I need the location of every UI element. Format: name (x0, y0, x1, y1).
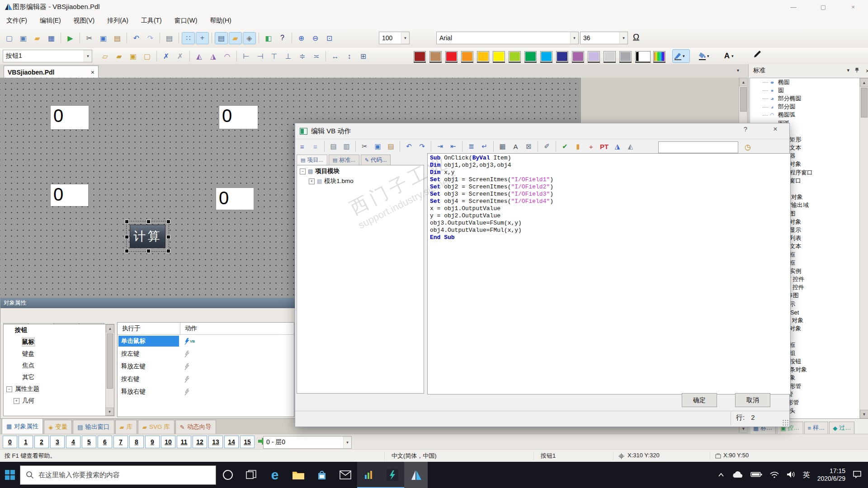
rotate-icon[interactable]: ◠ (221, 50, 234, 62)
layer-button[interactable]: 0 (3, 436, 17, 448)
standard-object-item[interactable]: ●圆 (750, 86, 868, 94)
app-button-explorer[interactable] (381, 462, 404, 488)
library-icon[interactable]: ▰ (229, 32, 242, 44)
layer-select[interactable]: 0 - 层0▾ (263, 436, 352, 449)
tree-scrollbar[interactable]: ▲ ▼ (105, 324, 114, 416)
dialog-tab[interactable]: ✎代码... (361, 155, 391, 165)
open-icon[interactable]: ▰ (31, 32, 44, 44)
color-swatch[interactable] (524, 51, 537, 62)
send-backward-icon[interactable]: ▢ (141, 50, 154, 62)
layer-button[interactable]: 1 (19, 436, 33, 448)
dialog-tab[interactable]: ▤项目... (297, 155, 327, 165)
io-field-4[interactable]: 0 (216, 188, 254, 210)
cut-icon[interactable]: ✂ (83, 32, 96, 44)
chevron-down-icon[interactable]: ▾ (343, 436, 351, 448)
vb-script-lightning-icon[interactable]: VB (179, 389, 203, 395)
layers-icon[interactable]: ▤ (215, 32, 228, 44)
center-vertical-icon[interactable]: ≍ (310, 50, 323, 62)
cortana-button[interactable] (216, 462, 240, 488)
color-swatch[interactable] (556, 51, 568, 62)
tree-item[interactable]: 鼠标 (4, 336, 114, 348)
scroll-up-icon[interactable]: ▲ (860, 78, 868, 87)
copy-icon[interactable]: ▣ (97, 32, 110, 44)
chevron-down-icon[interactable]: ▾ (847, 67, 849, 73)
scrollbar-thumb[interactable] (740, 87, 747, 112)
file-explorer-button[interactable] (287, 462, 310, 488)
bring-forward-icon[interactable]: ▣ (127, 50, 140, 62)
scroll-up-icon[interactable]: ▲ (739, 78, 747, 86)
layer-button[interactable]: 12 (193, 436, 207, 448)
align-right-icon[interactable]: ⊣ (254, 50, 267, 62)
chevron-down-icon[interactable]: ▾ (683, 54, 689, 58)
document-tab[interactable]: VBSjiaoben.Pdl × (4, 66, 99, 78)
layer-button[interactable]: 15 (240, 436, 255, 448)
bring-to-front-icon[interactable]: ▱ (99, 50, 112, 62)
dialog-search-input[interactable] (658, 141, 738, 153)
vb-script-lightning-icon[interactable]: VB (179, 351, 203, 357)
color-swatch[interactable] (509, 51, 521, 62)
font-color-tool[interactable]: A ▾ (721, 49, 739, 63)
maximize-button[interactable]: ▢ (808, 0, 838, 14)
new-template-icon[interactable]: ▣ (17, 32, 30, 44)
standard-object-item[interactable]: ●椭圆 (750, 78, 868, 86)
redo-icon[interactable]: ↷ (144, 32, 157, 44)
print-preview-icon[interactable]: ▥ (340, 141, 353, 152)
selection-handle[interactable] (146, 220, 151, 224)
action-add-icon[interactable]: + (585, 141, 597, 152)
resize-grip[interactable] (782, 419, 788, 426)
scroll-down-icon[interactable]: ▼ (105, 408, 114, 416)
eyedropper-tool[interactable] (751, 50, 761, 62)
expander-icon[interactable]: + (14, 398, 19, 404)
panel-scrollbar[interactable]: ▲ ▼ (859, 78, 868, 418)
collapse-icon[interactable]: − (300, 169, 306, 174)
vbs-editor-icon[interactable]: ◈ (243, 32, 256, 44)
selection-handle[interactable] (166, 220, 170, 224)
undo-icon[interactable]: ↶ (403, 141, 415, 152)
scrollbar-thumb[interactable] (861, 88, 868, 117)
menu-item[interactable]: 窗口(W) (168, 14, 204, 28)
same-size-icon[interactable]: ⊞ (357, 50, 370, 62)
menu-item[interactable]: 帮助(H) (203, 14, 237, 28)
align-bottom-icon[interactable]: ⊥ (282, 50, 295, 62)
syntax-table-icon[interactable]: ▦ (496, 141, 509, 152)
dialog-close-button[interactable]: × (769, 125, 782, 133)
tree-item[interactable]: −属性主题 (4, 383, 114, 395)
color-swatch[interactable] (604, 51, 616, 62)
paste-icon[interactable]: ▤ (385, 141, 397, 152)
app-button-graphics-designer[interactable] (404, 462, 428, 488)
layer-button[interactable]: 2 (34, 436, 49, 448)
layer-button[interactable]: 13 (208, 436, 223, 448)
special-character-button[interactable]: Ω (629, 31, 643, 43)
event-row[interactable]: 按左键 VB (118, 347, 294, 360)
new-file-icon[interactable]: ▢ (3, 32, 16, 44)
scroll-up-icon[interactable]: ▲ (106, 324, 114, 333)
tree-item-root[interactable]: − ▤ 项目模块 (297, 165, 424, 175)
event-row[interactable]: 释放右键 VB (118, 385, 294, 398)
ok-button[interactable]: 确定 (682, 393, 717, 407)
zoom-out-icon[interactable]: ⊖ (309, 32, 322, 44)
notification-center-icon[interactable] (853, 470, 862, 480)
tag-management-icon[interactable]: ◧ (262, 32, 275, 44)
tree-item[interactable]: 键盘 (4, 348, 114, 360)
zoom-region-icon[interactable]: ⊡ (323, 32, 336, 44)
tree-item-module[interactable]: + ▤ 模块1.bmo (297, 175, 424, 185)
panel-tab[interactable]: ▰SVG 库 (138, 420, 175, 434)
vb-code[interactable]: Sub OnClick(ByVal Item)Dim obj1,obj2,obj… (427, 153, 791, 394)
color-swatch[interactable] (572, 51, 584, 62)
tree-item[interactable]: +几何 (4, 395, 114, 407)
zoom-level-select[interactable]: 100▾ (379, 32, 410, 44)
taskbar-clock[interactable]: 17:15 2020/6/29 (817, 467, 845, 483)
same-width-icon[interactable]: ↔ (329, 50, 342, 62)
flip-horizontal-icon[interactable]: ◭ (193, 50, 206, 62)
chevron-down-icon[interactable]: ▾ (619, 32, 627, 44)
close-panel-icon[interactable]: × (866, 67, 868, 75)
selection-handle[interactable] (125, 249, 129, 253)
selection-handle[interactable] (146, 249, 151, 253)
global-script-icon[interactable]: ◮ (611, 141, 623, 152)
right-panel-tab[interactable]: ◆过… (829, 422, 854, 434)
standard-object-item[interactable]: ◠椭圆弧 (750, 111, 868, 119)
line-color-tool[interactable]: ▾ (672, 49, 690, 63)
color-swatch[interactable] (429, 51, 442, 62)
color-swatch[interactable] (619, 51, 632, 62)
menu-item[interactable]: 编辑(E) (33, 14, 67, 28)
